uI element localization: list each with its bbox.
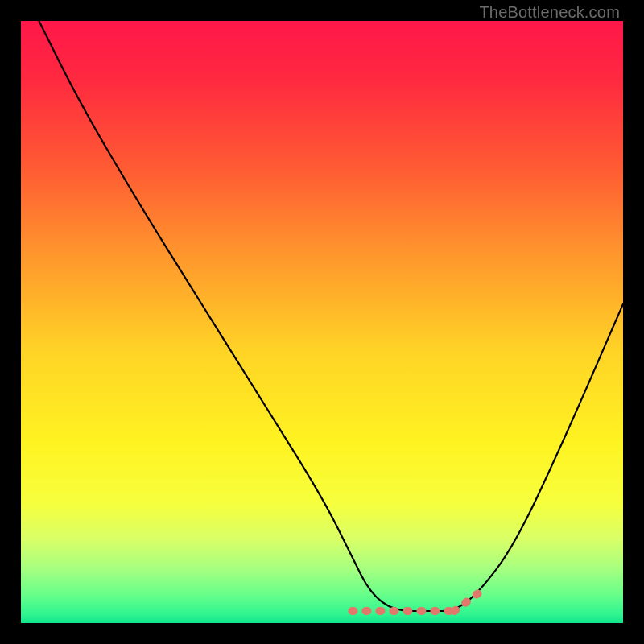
watermark-text: TheBottleneck.com [479,3,620,22]
rising-dash [455,593,479,611]
bottleneck-curve-svg [21,21,623,623]
chart-stage: TheBottleneck.com [0,0,644,644]
bottleneck-curve [39,21,623,611]
plot-area [21,21,623,623]
